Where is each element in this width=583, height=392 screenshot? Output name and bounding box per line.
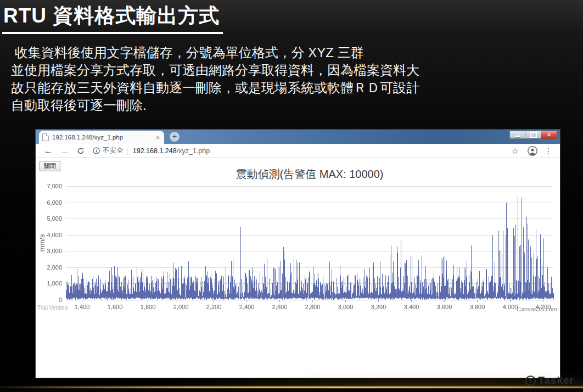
- page-favicon-icon: [42, 133, 49, 141]
- vibration-chart: [36, 182, 560, 319]
- body-line: 並使用檔案分享方式存取，可透由網路分享取得資料，因為檔案資料大: [11, 61, 419, 79]
- maximize-button[interactable]: [525, 131, 541, 139]
- slide-background: RTU 資料格式輸出方式 收集資料後使用文字檔儲存，分號為單位格式，分 XYZ …: [0, 0, 583, 392]
- page-title-text: RTU 資料格式輸出方式: [2, 1, 223, 34]
- browser-tab-strip: 192.168.1.248/xyz_1.php × + ×: [36, 130, 560, 144]
- forward-button[interactable]: →: [60, 147, 69, 155]
- address-bar[interactable]: 不安全 | 192.168.1.248/xyz_1.php: [93, 146, 507, 155]
- url-path: /xyz_1.php: [177, 147, 210, 155]
- slide-bottom-edge: [0, 389, 583, 392]
- minimize-icon: [515, 136, 520, 137]
- bookmark-star-icon[interactable]: ☆: [512, 146, 519, 156]
- refresh-icon[interactable]: [77, 147, 85, 155]
- window-controls: ×: [509, 131, 557, 139]
- browser-window: 192.168.1.248/xyz_1.php × + × ← →: [36, 130, 560, 378]
- close-page-button[interactable]: 關閉: [40, 161, 60, 171]
- body-line: 自動取得後可逐一刪除.: [11, 97, 419, 114]
- body-line: 收集資料後使用文字檔儲存，分號為單位格式，分 XYZ 三群: [11, 44, 419, 61]
- chart-title: 震動偵測(告警值 MAX: 10000): [66, 167, 553, 182]
- toolbar-right: ☆ ⋮: [507, 146, 556, 156]
- security-label: 不安全: [103, 146, 124, 155]
- page-content: 關閉 震動偵測(告警值 MAX: 10000): [36, 158, 560, 378]
- body-text-block: 收集資料後使用文字檔儲存，分號為單位格式，分 XYZ 三群 並使用檔案分享方式存…: [11, 44, 419, 114]
- info-icon: [93, 147, 100, 154]
- tab-title: 192.168.1.248/xyz_1.php: [52, 134, 154, 141]
- close-icon: ×: [547, 132, 551, 138]
- browser-tab[interactable]: 192.168.1.248/xyz_1.php ×: [39, 131, 164, 144]
- page-title: RTU 資料格式輸出方式: [2, 1, 223, 34]
- back-button[interactable]: ←: [44, 147, 53, 155]
- maximize-icon: [530, 132, 537, 138]
- new-tab-button[interactable]: +: [170, 132, 180, 142]
- close-window-button[interactable]: ×: [541, 131, 557, 139]
- body-line: 故只能存放三天外資料自動逐一刪除，或是現場系統或軟體ＲＤ可設計: [11, 79, 419, 97]
- minimize-button[interactable]: [509, 131, 525, 139]
- profile-avatar-icon[interactable]: [528, 146, 537, 156]
- menu-dots-icon[interactable]: ⋮: [545, 147, 552, 155]
- tasker-logo-icon: T: [525, 376, 536, 386]
- tab-close-icon[interactable]: ×: [154, 134, 161, 141]
- url-host: 192.168.1.248: [133, 147, 177, 155]
- tasker-watermark: T Tasker: [525, 374, 574, 387]
- url-separator: |: [127, 147, 128, 155]
- tasker-watermark-text: Tasker: [538, 374, 574, 387]
- browser-toolbar: ← → 不安全 | 192.168.1.248/xyz_1.php ☆: [36, 144, 560, 158]
